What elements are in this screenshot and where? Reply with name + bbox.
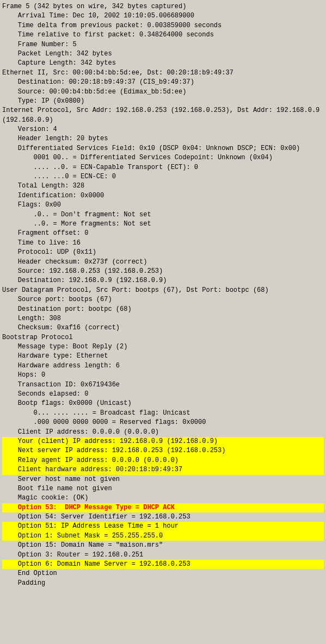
line-20: Identification: 0x0000 (2, 191, 324, 201)
line-12: (192.168.0.9) (2, 116, 324, 125)
line-26: Protocol: UDP (0x11) (2, 248, 324, 257)
line-17: .... ..0. = ECN-Capable Transport (ECT):… (2, 163, 324, 172)
line-46: Your (client) IP address: 192.168.0.9 (1… (2, 437, 324, 446)
line-44: .000 0000 0000 0000 = Reserved flags: 0x… (2, 418, 324, 427)
line-0: Frame 5 (342 bytes on wire, 342 bytes ca… (2, 2, 324, 11)
line-53: Option 53: DHCP Message Type = DHCP ACK (2, 503, 324, 512)
line-4: Frame Number: 5 (2, 40, 324, 49)
line-28: Source: 192.168.0.253 (192.168.0.253) (2, 267, 324, 276)
line-45: Client IP address: 0.0.0.0 (0.0.0.0) (2, 428, 324, 437)
line-60: End Option (2, 569, 324, 578)
line-36: Message type: Boot Reply (2) (2, 342, 324, 352)
line-11: Internet Protocol, Src Addr: 192.168.0.2… (2, 106, 324, 115)
line-48: Relay agent IP address: 0.0.0.0 (0.0.0.0… (2, 456, 324, 465)
line-57: Option 15: Domain Name = "maison.mrs" (2, 541, 324, 550)
line-9: Source: 00:00:b4:bb:5d:ee (Edimax_bb:5d:… (2, 87, 324, 97)
line-7: Ethernet II, Src: 00:00:b4:bb:5d:ee, Dst… (2, 68, 324, 78)
line-33: Length: 308 (2, 314, 324, 323)
packet-detail-panel: Frame 5 (342 bytes on wire, 342 bytes ca… (2, 2, 324, 588)
line-29: Destination: 192.168.0.9 (192.168.0.9) (2, 276, 324, 285)
line-14: Header length: 20 bytes (2, 134, 324, 143)
line-50: Server host name not given (2, 475, 324, 484)
line-25: Time to live: 16 (2, 239, 324, 248)
line-37: Hardware type: Ethernet (2, 352, 324, 361)
line-43: 0... .... .... = Broadcast flag: Unicast (2, 409, 324, 418)
line-5: Packet Length: 342 bytes (2, 49, 324, 59)
line-13: Version: 4 (2, 125, 324, 134)
line-32: Destination port: bootpc (68) (2, 305, 324, 314)
line-6: Capture Length: 342 bytes (2, 59, 324, 68)
line-16: 0001 00.. = Differentiated Services Code… (2, 153, 324, 162)
line-10: Type: IP (0x0800) (2, 97, 324, 106)
line-34: Checksum: 0xaf16 (correct) (2, 323, 324, 333)
line-27: Header checksum: 0x273f (correct) (2, 258, 324, 267)
line-39: Hops: 0 (2, 371, 324, 380)
line-40: Transaction ID: 0x6719436e (2, 380, 324, 390)
line-30: User Datagram Protocol, Src Port: bootps… (2, 286, 324, 295)
line-41: Seconds elapsed: 0 (2, 390, 324, 399)
line-21: Flags: 0x00 (2, 201, 324, 210)
line-51: Boot file name not given (2, 484, 324, 493)
line-22: .0.. = Don't fragment: Not set (2, 210, 324, 220)
line-56: Option 1: Subnet Mask = 255.255.255.0 (2, 532, 324, 541)
line-2: Time delta from previous packet: 0.00385… (2, 21, 324, 30)
line-61: Padding (2, 579, 324, 588)
line-47: Next server IP address: 192.168.0.253 (1… (2, 446, 324, 455)
line-1: Arrival Time: Dec 10, 2002 10:10:05.0066… (2, 11, 324, 21)
line-52: Magic cookie: (OK) (2, 493, 324, 503)
line-18: .... ...0 = ECN-CE: 0 (2, 172, 324, 182)
line-58: Option 3: Router = 192.168.0.251 (2, 551, 324, 560)
line-15: Differentiated Services Field: 0x10 (DSC… (2, 144, 324, 153)
line-31: Source port: bootps (67) (2, 295, 324, 304)
line-23: ..0. = More fragments: Not set (2, 220, 324, 229)
line-54: Option 54: Server Identifier = 192.168.0… (2, 512, 324, 522)
line-49: Client hardware address: 00:20:18:b9:49:… (2, 465, 324, 474)
line-24: Fragment offset: 0 (2, 229, 324, 238)
line-59: Option 6: Domain Name Server = 192.168.0… (2, 560, 324, 569)
line-3: Time relative to first packet: 0.3482640… (2, 30, 324, 40)
line-42: Bootp flags: 0x0000 (Unicast) (2, 399, 324, 408)
line-35: Bootstrap Protocol (2, 333, 324, 342)
line-19: Total Length: 328 (2, 182, 324, 191)
line-55: Option 51: IP Address Lease Time = 1 hou… (2, 522, 324, 531)
line-38: Hardware address length: 6 (2, 361, 324, 371)
line-8: Destination: 00:20:18:b9:49:37 (CIS_b9:4… (2, 78, 324, 87)
